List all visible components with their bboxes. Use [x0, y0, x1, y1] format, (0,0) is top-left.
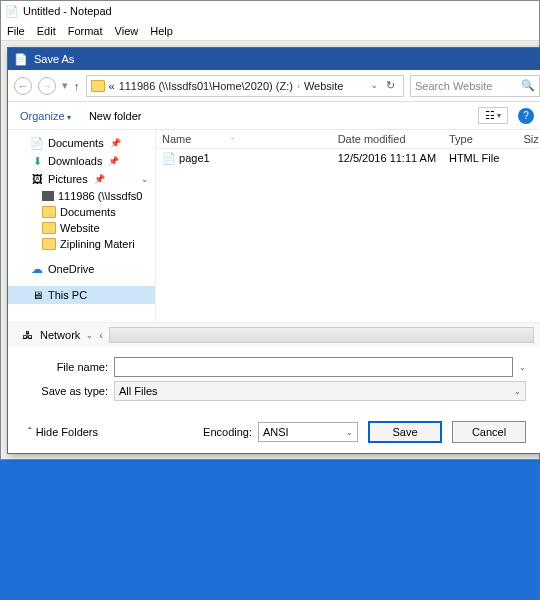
- pic-icon: [30, 172, 44, 186]
- network-label[interactable]: Network: [40, 329, 80, 341]
- tree-item-label: Downloads: [48, 155, 102, 167]
- form-area: File name: ⌄ Save as type: All Files ⌄: [8, 347, 540, 411]
- filename-dropdown-icon[interactable]: ⌄: [519, 363, 526, 372]
- file-row[interactable]: 📄 page112/5/2016 11:11 AMHTML File: [156, 149, 540, 168]
- pc-icon: [30, 288, 44, 302]
- organize-button[interactable]: Organize: [20, 110, 71, 122]
- encoding-select[interactable]: ANSI ⌄: [258, 422, 358, 442]
- doc-icon: [30, 136, 44, 150]
- view-mode-button[interactable]: ☷▾: [478, 107, 508, 124]
- tree-item[interactable]: Downloads📌: [8, 152, 155, 170]
- bottom-bar: ˆ Hide Folders Encoding: ANSI ⌄ Save Can…: [8, 411, 540, 453]
- chevron-left-icon[interactable]: ‹: [99, 329, 103, 341]
- fld-icon: [42, 222, 56, 234]
- col-date[interactable]: Date modified: [332, 133, 443, 145]
- tree-item-label: Documents: [48, 137, 104, 149]
- breadcrumb-prefix: «: [109, 80, 115, 92]
- tree-item[interactable]: Documents📌: [8, 134, 155, 152]
- file-type: HTML File: [443, 152, 518, 165]
- scroll-track[interactable]: [109, 327, 534, 343]
- tree-item-label: 111986 (\\Issdfs0: [58, 190, 142, 202]
- menu-format[interactable]: Format: [68, 25, 103, 37]
- view-icon: ☷: [485, 109, 495, 122]
- tree-item-label: Website: [60, 222, 100, 234]
- menu-edit[interactable]: Edit: [37, 25, 56, 37]
- back-button[interactable]: ←: [14, 77, 32, 95]
- tree-item[interactable]: Documents: [8, 204, 155, 220]
- dialog-body: Documents📌Downloads📌Pictures📌⌄111986 (\\…: [8, 130, 540, 322]
- encoding-label: Encoding:: [203, 426, 252, 438]
- file-name-label: File name:: [28, 361, 108, 373]
- chevron-right-icon: ›: [297, 81, 300, 91]
- network-row: Network ⌄ ‹: [8, 322, 540, 347]
- breadcrumb-seg1[interactable]: 111986 (\\Issdfs01\Home\2020) (Z:): [119, 80, 293, 92]
- chevron-up-icon: ˆ: [28, 426, 32, 438]
- breadcrumb-seg2[interactable]: Website: [304, 80, 344, 92]
- search-input[interactable]: Search Website 🔍: [410, 75, 540, 97]
- column-headers: Nameˆ Date modified Type Siz: [156, 130, 540, 149]
- up-button[interactable]: ↑: [74, 80, 80, 92]
- tree-item[interactable]: 111986 (\\Issdfs0: [8, 188, 155, 204]
- dialog-title: Save As: [34, 53, 74, 65]
- nav-tree: Documents📌Downloads📌Pictures📌⌄111986 (\\…: [8, 130, 156, 322]
- tree-item[interactable]: Pictures📌⌄: [8, 170, 155, 188]
- save-type-value: All Files: [119, 385, 158, 397]
- save-as-dialog: 📄 Save As ← → ▾ ↑ « 111986 (\\Issdfs01\H…: [7, 47, 540, 454]
- file-date: 12/5/2016 11:11 AM: [332, 152, 443, 165]
- forward-button[interactable]: →: [38, 77, 56, 95]
- col-size[interactable]: Siz: [517, 133, 540, 145]
- cancel-button[interactable]: Cancel: [452, 421, 526, 443]
- tree-item[interactable]: OneDrive: [8, 260, 155, 278]
- notepad-menubar: File Edit Format View Help: [1, 21, 539, 41]
- file-name: page1: [179, 152, 210, 164]
- hide-folders-button[interactable]: ˆ Hide Folders: [28, 426, 98, 438]
- menu-file[interactable]: File: [7, 25, 25, 37]
- tree-item[interactable]: Ziplining Materi: [8, 236, 155, 252]
- pin-icon: 📌: [94, 174, 105, 184]
- network-icon: [20, 328, 34, 342]
- recent-dropdown-icon[interactable]: ▾: [62, 79, 68, 92]
- chevron-down-icon[interactable]: ⌄: [86, 331, 93, 340]
- col-type[interactable]: Type: [443, 133, 518, 145]
- tree-item-label: Pictures: [48, 173, 88, 185]
- notepad-window: 📄 Untitled - Notepad File Edit Format Vi…: [0, 0, 540, 460]
- expand-icon[interactable]: ⌄: [141, 174, 149, 184]
- notepad-icon: 📄: [5, 5, 19, 18]
- file-icon: 📄: [162, 152, 176, 164]
- tree-item-label: Documents: [60, 206, 116, 218]
- new-folder-button[interactable]: New folder: [89, 110, 142, 122]
- save-button[interactable]: Save: [368, 421, 442, 443]
- toolbar: Organize New folder ☷▾ ?: [8, 102, 540, 130]
- pin-icon: 📌: [110, 138, 121, 148]
- tree-item-label: Ziplining Materi: [60, 238, 135, 250]
- dialog-icon: 📄: [14, 53, 28, 66]
- notepad-titlebar: 📄 Untitled - Notepad: [1, 1, 539, 21]
- folder-icon: [91, 80, 105, 92]
- savetype-dropdown-icon: ⌄: [514, 387, 521, 396]
- file-list: Nameˆ Date modified Type Siz 📄 page112/5…: [156, 130, 540, 322]
- refresh-icon[interactable]: ↻: [386, 79, 395, 92]
- tree-item[interactable]: This PC: [8, 286, 155, 304]
- address-bar[interactable]: « 111986 (\\Issdfs01\Home\2020) (Z:) › W…: [86, 75, 405, 97]
- fld-icon: [42, 238, 56, 250]
- notepad-title: Untitled - Notepad: [23, 5, 112, 17]
- dialog-titlebar: 📄 Save As: [8, 48, 540, 70]
- address-dropdown-icon[interactable]: ⌄: [371, 81, 378, 90]
- encoding-dropdown-icon: ⌄: [346, 428, 353, 437]
- save-type-select[interactable]: All Files ⌄: [114, 381, 526, 401]
- file-name-input[interactable]: [114, 357, 513, 377]
- search-placeholder: Search Website: [415, 80, 492, 92]
- od-icon: [30, 262, 44, 276]
- tree-item[interactable]: Website: [8, 220, 155, 236]
- sort-indicator-icon: ˆ: [231, 136, 234, 145]
- tree-item-label: This PC: [48, 289, 87, 301]
- menu-help[interactable]: Help: [150, 25, 173, 37]
- pin-icon: 📌: [108, 156, 119, 166]
- save-type-label: Save as type:: [28, 385, 108, 397]
- fld-icon: [42, 206, 56, 218]
- col-name[interactable]: Nameˆ: [156, 133, 332, 145]
- help-button[interactable]: ?: [518, 108, 534, 124]
- menu-view[interactable]: View: [115, 25, 139, 37]
- net-icon: [42, 191, 54, 201]
- address-row: ← → ▾ ↑ « 111986 (\\Issdfs01\Home\2020) …: [8, 70, 540, 102]
